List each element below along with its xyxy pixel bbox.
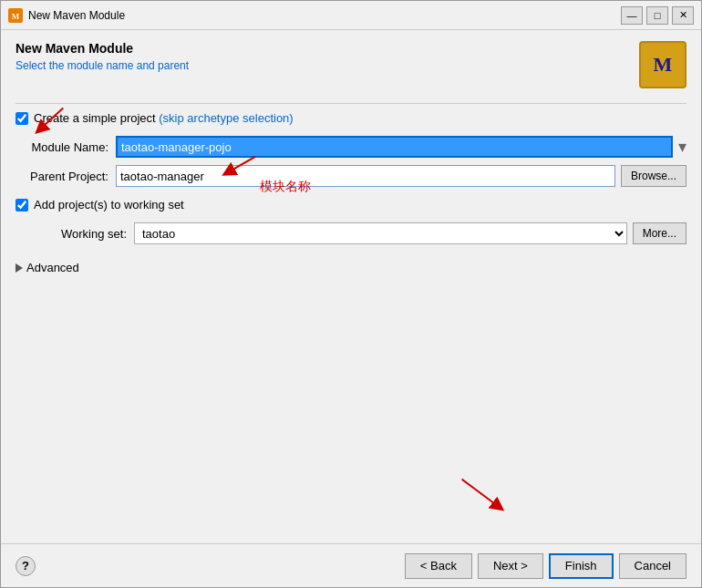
- module-name-input[interactable]: [116, 136, 673, 158]
- simple-project-checkbox[interactable]: [15, 112, 28, 125]
- bottom-right: < Back Next > Finish Cancel: [405, 553, 687, 579]
- working-set-input-wrap: taotao More...: [134, 222, 687, 244]
- minimize-button[interactable]: —: [621, 6, 643, 25]
- header-section: New Maven Module Select the module name …: [15, 41, 687, 88]
- page-subtitle: Select the module name and parent: [15, 59, 189, 72]
- dialog-icon: M: [8, 8, 23, 23]
- working-set-label: Add project(s) to working set: [34, 198, 184, 211]
- bottom-bar: ? < Back Next > Finish Cancel: [1, 543, 701, 587]
- new-maven-module-dialog: M New Maven Module — □ ✕ New Maven Modul…: [0, 0, 702, 588]
- dialog-title: New Maven Module: [28, 9, 621, 22]
- more-button[interactable]: More...: [633, 222, 687, 244]
- parent-project-input[interactable]: [116, 165, 615, 187]
- parent-project-row: Parent Project: Browse...: [15, 165, 687, 187]
- bottom-left: ?: [15, 556, 36, 576]
- module-name-input-wrap: ▾: [116, 136, 687, 158]
- advanced-label: Advanced: [26, 261, 79, 274]
- module-name-dropdown-icon[interactable]: ▾: [678, 136, 687, 158]
- simple-project-row: Create a simple project (skip archetype …: [15, 111, 687, 125]
- maven-logo: M: [639, 41, 687, 88]
- advanced-section[interactable]: Advanced: [15, 261, 687, 274]
- working-set-checkbox-row: Add project(s) to working set: [15, 198, 687, 211]
- header-left: New Maven Module Select the module name …: [15, 41, 189, 72]
- cancel-button[interactable]: Cancel: [619, 553, 687, 579]
- title-bar: M New Maven Module — □ ✕: [1, 1, 701, 30]
- back-button[interactable]: < Back: [405, 553, 472, 579]
- working-set-section: Add project(s) to working set Working se…: [15, 198, 687, 252]
- maximize-button[interactable]: □: [646, 6, 668, 25]
- page-title: New Maven Module: [15, 41, 189, 56]
- working-set-select[interactable]: taotao: [134, 222, 627, 244]
- close-button[interactable]: ✕: [672, 6, 694, 25]
- parent-project-label: Parent Project:: [15, 170, 116, 183]
- annotations-overlay: 模块名称: [1, 30, 701, 543]
- module-name-label: Module Name:: [15, 140, 116, 154]
- svg-text:M: M: [12, 12, 20, 21]
- window-controls: — □ ✕: [621, 6, 694, 25]
- working-set-field-label: Working set:: [34, 227, 134, 241]
- browse-button[interactable]: Browse...: [621, 165, 687, 187]
- dialog-body: New Maven Module Select the module name …: [1, 30, 701, 543]
- advanced-triangle-icon: [15, 263, 23, 273]
- svg-line-6: [462, 480, 499, 507]
- module-name-row: Module Name: ▾: [15, 136, 687, 158]
- working-set-checkbox[interactable]: [15, 199, 28, 211]
- help-button[interactable]: ?: [15, 556, 36, 576]
- parent-project-input-wrap: Browse...: [116, 165, 687, 187]
- next-button[interactable]: Next >: [478, 553, 543, 579]
- working-set-row: Working set: taotao More...: [34, 222, 687, 244]
- finish-button[interactable]: Finish: [549, 553, 614, 579]
- simple-project-label: Create a simple project (skip archetype …: [34, 111, 294, 125]
- separator: [15, 103, 687, 104]
